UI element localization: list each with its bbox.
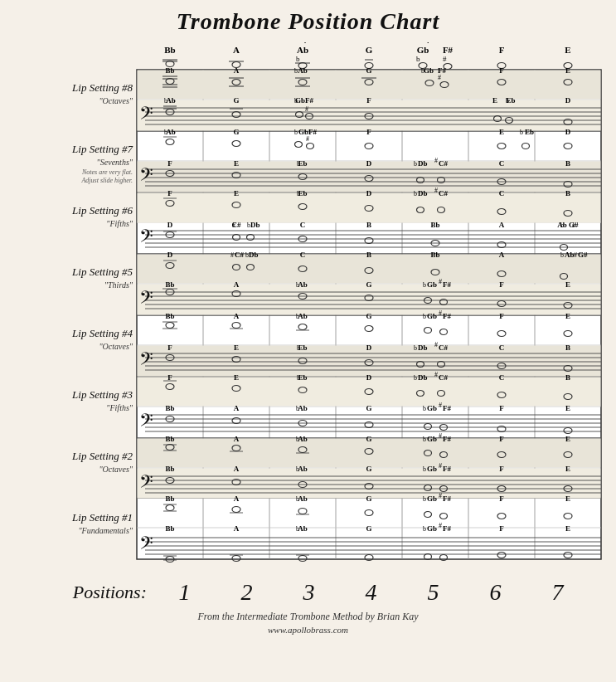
svg-text:Lip Setting #5: Lip Setting #5: [71, 265, 133, 278]
svg-text:E: E: [565, 280, 570, 289]
svg-text:Db: Db: [250, 221, 260, 229]
svg-text:Ab: Ab: [298, 494, 308, 503]
svg-text:Gb: Gb: [427, 404, 437, 412]
svg-text:F: F: [499, 465, 504, 473]
svg-text:b: b: [560, 251, 564, 259]
svg-text:E: E: [565, 66, 570, 75]
svg-text:Gb: Gb: [427, 435, 437, 443]
svg-text:G: G: [366, 280, 371, 289]
svg-text:Bb: Bb: [430, 221, 439, 229]
svg-text:Bb: Bb: [165, 465, 174, 473]
svg-text:Ab: Ab: [298, 404, 308, 412]
svg-text:Ab: Ab: [166, 96, 176, 105]
svg-text:A: A: [234, 435, 240, 443]
footer-method: From the Intermediate Trombone Method by…: [0, 611, 616, 623]
pos-6: 6: [464, 579, 526, 606]
svg-text:𝄢: 𝄢: [139, 165, 153, 189]
svg-text:𝄢: 𝄢: [139, 411, 153, 435]
svg-text:F: F: [499, 404, 504, 412]
svg-text:G: G: [366, 312, 371, 320]
svg-text:#: #: [574, 251, 577, 259]
svg-text:Ab: Ab: [298, 465, 308, 473]
svg-text:Lip Setting #4: Lip Setting #4: [71, 327, 133, 339]
svg-text:#: #: [439, 492, 442, 499]
svg-text:b: b: [423, 465, 426, 473]
svg-text:Lip Setting #6: Lip Setting #6: [71, 204, 133, 217]
svg-text:Gb: Gb: [295, 96, 305, 105]
svg-text:Bb: Bb: [165, 66, 174, 75]
svg-text:#: #: [572, 222, 575, 229]
svg-text:Ab: Ab: [565, 251, 575, 259]
svg-text:Adjust slide higher.: Adjust slide higher.: [80, 177, 133, 184]
svg-text:Db: Db: [418, 343, 428, 352]
svg-text:B: B: [565, 373, 570, 382]
pos-4: 4: [340, 579, 402, 606]
svg-text:F: F: [366, 128, 371, 136]
svg-text:A: A: [234, 404, 240, 412]
svg-text:Eb: Eb: [298, 189, 307, 197]
svg-text:b: b: [423, 436, 426, 443]
svg-text:Ab: Ab: [298, 280, 308, 289]
svg-text:E: E: [234, 343, 239, 352]
svg-text:E: E: [565, 465, 570, 473]
svg-text:F: F: [167, 189, 172, 197]
svg-text:D: D: [366, 373, 372, 382]
svg-text:E: E: [499, 128, 504, 136]
svg-text:Bb: Bb: [430, 251, 439, 259]
svg-text:F#: F#: [443, 494, 451, 503]
svg-text:A: A: [234, 465, 240, 473]
svg-text:F: F: [499, 280, 504, 289]
svg-text:F#: F#: [443, 404, 451, 412]
footer-url: www.apollobrass.com: [0, 625, 616, 635]
svg-text:F#: F#: [443, 524, 451, 533]
positions-label: Positions:: [0, 582, 153, 603]
svg-text:"Fifths": "Fifths": [106, 403, 133, 412]
svg-text:#: #: [434, 187, 438, 194]
svg-text:Gb: Gb: [427, 280, 437, 289]
svg-text:E: E: [565, 45, 570, 55]
svg-text:#: #: [305, 105, 308, 113]
full-chart: Bb A Ab G Gb F# F E b b: [0, 43, 616, 635]
svg-text:#: #: [439, 309, 442, 317]
svg-text:b: b: [423, 525, 426, 533]
svg-text:Eb: Eb: [298, 343, 307, 352]
svg-text:Ab: Ab: [166, 128, 176, 136]
svg-text:B: B: [565, 343, 570, 352]
svg-text:Db: Db: [418, 159, 428, 168]
svg-text:𝄢: 𝄢: [139, 104, 153, 128]
svg-text:#: #: [439, 522, 442, 529]
svg-text:G: G: [366, 524, 371, 533]
svg-text:Bb: Bb: [164, 45, 175, 55]
svg-text:F: F: [167, 343, 172, 352]
svg-text:Gb: Gb: [424, 66, 434, 75]
svg-text:#: #: [438, 74, 441, 81]
svg-text:F: F: [499, 524, 504, 533]
pos-7: 7: [526, 579, 589, 606]
svg-text:B: B: [366, 221, 371, 229]
svg-text:F#: F#: [308, 128, 317, 136]
svg-text:A: A: [234, 312, 240, 320]
svg-text:Bb: Bb: [165, 524, 174, 533]
svg-text:b: b: [414, 344, 417, 352]
svg-text:C#: C#: [232, 221, 241, 229]
svg-text:A: A: [499, 221, 505, 229]
svg-text:"Fifths": "Fifths": [106, 219, 133, 228]
svg-text:𝄢: 𝄢: [139, 227, 153, 251]
svg-text:"Fundamentals": "Fundamentals": [78, 526, 133, 535]
svg-text:D: D: [167, 221, 173, 229]
svg-text:G: G: [366, 45, 373, 55]
svg-text:Eb: Eb: [525, 128, 534, 136]
svg-text:D: D: [167, 251, 173, 259]
svg-text:b: b: [414, 374, 417, 382]
svg-text:A: A: [499, 251, 505, 259]
svg-text:F#: F#: [443, 312, 451, 320]
svg-text:#: #: [306, 135, 309, 143]
svg-text:Lip Setting #7: Lip Setting #7: [71, 143, 133, 155]
svg-text:F#: F#: [443, 280, 451, 289]
chart-svg: Bb A Ab G Gb F# F E b b: [0, 43, 616, 574]
positions-row: Positions: 1 2 3 4 5 6 7: [0, 579, 616, 606]
svg-text:"Thirds": "Thirds": [104, 280, 133, 290]
svg-text:A: A: [234, 280, 240, 289]
svg-text:b: b: [520, 129, 523, 136]
svg-text:Ab: Ab: [297, 45, 308, 55]
